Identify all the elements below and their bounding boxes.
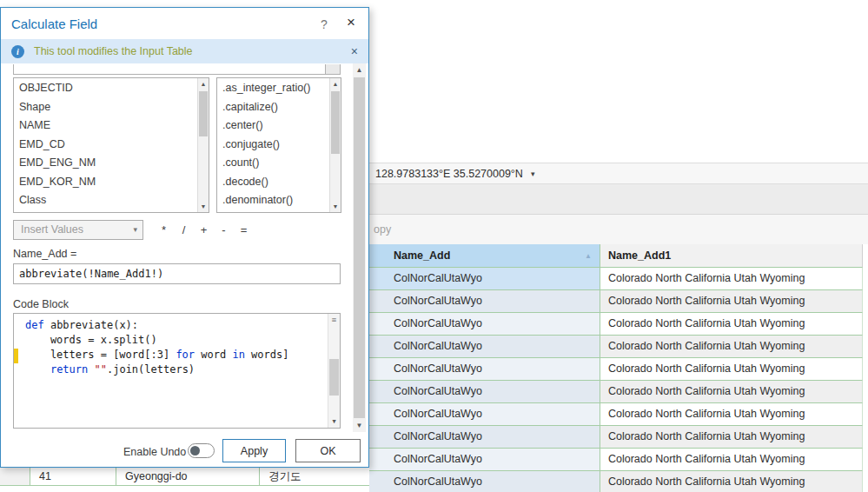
table-gutter	[863, 336, 868, 358]
table-row[interactable]: ColNorCalUtaWyoColorado North California…	[369, 336, 868, 358]
table-row[interactable]: ColNorCalUtaWyoColorado North California…	[369, 403, 868, 426]
operator-button[interactable]: -	[214, 220, 234, 240]
fields-scrollbar[interactable]: ▲ ▼	[197, 78, 209, 212]
column-header-name-add[interactable]: Name_Add ▲	[369, 244, 600, 268]
list-item[interactable]: OBJECTID	[14, 79, 197, 98]
cell-name-add[interactable]: ColNorCalUtaWyo	[369, 336, 600, 358]
cell-name-add1[interactable]: Colorado North California Utah Wyoming	[600, 426, 863, 449]
cell-kor-name[interactable]: 경기도	[260, 468, 369, 485]
cell-name[interactable]: Gyeonggi-do	[116, 468, 260, 485]
cell-name-add1[interactable]: Colorado North California Utah Wyoming	[600, 313, 863, 336]
list-item[interactable]: EMD_ENG_NM	[14, 154, 197, 173]
list-item[interactable]: .count()	[217, 154, 329, 173]
list-item[interactable]: Class	[14, 191, 197, 210]
list-item[interactable]: NAME	[14, 116, 197, 136]
scrollbar-thumb[interactable]	[354, 77, 365, 418]
row-selector-cell[interactable]	[0, 468, 30, 485]
cell-name-add1[interactable]: Colorado North California Utah Wyoming	[600, 336, 863, 358]
table-row[interactable]: ColNorCalUtaWyoColorado North California…	[369, 268, 868, 290]
scrollbar-thumb[interactable]	[199, 91, 208, 136]
list-item[interactable]: .conjugate()	[217, 136, 329, 155]
help-icon[interactable]: ?	[321, 17, 328, 31]
table-row[interactable]: ColNorCalUtaWyoColorado North California…	[369, 313, 868, 336]
list-item[interactable]: Shape	[14, 98, 197, 117]
operator-button[interactable]: =	[234, 220, 254, 240]
cell-name-add[interactable]: ColNorCalUtaWyo	[369, 471, 600, 492]
apply-button[interactable]: Apply	[222, 439, 286, 462]
code-line: words = x.split()	[25, 333, 326, 348]
cell-name-add1[interactable]: Colorado North California Utah Wyoming	[600, 290, 863, 313]
list-item[interactable]: .encode()	[217, 210, 329, 214]
cell-name-add[interactable]: ColNorCalUtaWyo	[369, 381, 600, 403]
cell-name-add[interactable]: ColNorCalUtaWyo	[369, 358, 600, 381]
cell-name-add1[interactable]: Colorado North California Utah Wyoming	[600, 358, 863, 381]
operator-button[interactable]: +	[194, 220, 214, 240]
cell-name-add[interactable]: ColNorCalUtaWyo	[369, 426, 600, 449]
cell-name-add[interactable]: ColNorCalUtaWyo	[369, 313, 600, 336]
scroll-up-icon[interactable]: ▲	[198, 78, 209, 90]
operator-button[interactable]: /	[174, 220, 194, 240]
table-row[interactable]: ColNorCalUtaWyoColorado North California…	[369, 358, 868, 381]
list-item[interactable]: EMD_CD	[14, 136, 197, 155]
fields-list-items: OBJECTIDShapeNAMEEMD_CDEMD_ENG_NMEMD_KOR…	[14, 79, 197, 213]
table-row[interactable]: ColNorCalUtaWyoColorado North California…	[369, 449, 868, 471]
operator-button[interactable]: *	[154, 220, 174, 240]
scroll-up-icon[interactable]: ▲	[353, 63, 366, 76]
table-row[interactable]: 41 Gyeonggi-do 경기도	[0, 468, 369, 486]
expression-input[interactable]	[13, 263, 341, 284]
cell-name-add1[interactable]: Colorado North California Utah Wyoming	[600, 381, 863, 403]
scroll-down-icon[interactable]: ▼	[353, 419, 366, 432]
scroll-down-icon[interactable]: ▼	[198, 201, 209, 212]
scroll-down-icon[interactable]: ▼	[330, 201, 341, 212]
attribute-table: Name_Add ▲ Name_Add1 ColNorCalUtaWyoColo…	[369, 244, 868, 492]
cell-name-add[interactable]: ColNorCalUtaWyo	[369, 268, 600, 290]
helpers-list-items: .as_integer_ratio().capitalize().center(…	[217, 79, 329, 213]
cell-name-add1[interactable]: Colorado North California Utah Wyoming	[600, 403, 863, 426]
dialog-scrollbar[interactable]: ▲ ▼	[353, 63, 366, 432]
code-scrollbar[interactable]: ≡ ▼	[328, 314, 340, 428]
close-icon[interactable]: ×	[347, 14, 355, 31]
table-gutter	[863, 403, 868, 426]
resize-grip-icon[interactable]: ≡	[328, 314, 340, 326]
chevron-down-icon[interactable]: ▾	[531, 170, 535, 178]
clipped-dropdown-button	[325, 64, 340, 74]
list-item[interactable]: .capitalize()	[217, 98, 329, 117]
column-header-name-add1[interactable]: Name_Add1	[600, 244, 863, 268]
cell-name-add1[interactable]: Colorado North California Utah Wyoming	[600, 268, 863, 290]
info-icon: i	[11, 45, 24, 58]
table-row[interactable]: ColNorCalUtaWyoColorado North California…	[369, 471, 868, 492]
table-gutter	[863, 471, 868, 492]
list-item[interactable]: .denominator()	[217, 191, 329, 210]
coordinates-readout: 128.9783133°E 35.5270009°N	[375, 168, 523, 180]
cell-name-add[interactable]: ColNorCalUtaWyo	[369, 290, 600, 313]
modified-line-marker	[14, 349, 18, 363]
list-item[interactable]: .as_integer_ratio()	[217, 79, 329, 98]
list-item[interactable]: .center()	[217, 116, 329, 136]
ok-button[interactable]: OK	[295, 439, 361, 462]
cell-objectid[interactable]: 41	[30, 468, 116, 485]
table-gutter	[863, 244, 868, 268]
table-row[interactable]: ColNorCalUtaWyoColorado North California…	[369, 426, 868, 449]
column-header-label: Name_Add	[394, 249, 450, 262]
table-gutter	[863, 358, 868, 381]
list-item[interactable]: EMD_KOR_NM	[14, 173, 197, 192]
list-item[interactable]: SIG_CD	[14, 210, 197, 214]
copy-button-partial[interactable]: opy	[374, 223, 391, 236]
banner-close-icon[interactable]: ×	[351, 44, 358, 58]
list-item[interactable]: .decode()	[217, 173, 329, 192]
cell-name-add[interactable]: ColNorCalUtaWyo	[369, 449, 600, 471]
table-row[interactable]: ColNorCalUtaWyoColorado North California…	[369, 381, 868, 403]
scroll-up-icon[interactable]: ▲	[330, 78, 341, 90]
location-bar: 128.9783133°E 35.5270009°N ▾	[365, 163, 868, 184]
enable-undo-toggle[interactable]	[188, 443, 215, 458]
scrollbar-thumb[interactable]	[331, 91, 340, 154]
code-block-editor[interactable]: def abbreviate(x): words = x.split() let…	[13, 313, 341, 429]
cell-name-add1[interactable]: Colorado North California Utah Wyoming	[600, 449, 863, 471]
scrollbar-thumb[interactable]	[329, 359, 339, 396]
table-row[interactable]: ColNorCalUtaWyoColorado North California…	[369, 290, 868, 313]
insert-values-dropdown[interactable]: Insert Values ▾	[13, 220, 143, 240]
helpers-scrollbar[interactable]: ▲ ▼	[329, 78, 341, 212]
scroll-down-icon[interactable]: ▼	[328, 416, 340, 428]
cell-name-add1[interactable]: Colorado North California Utah Wyoming	[600, 471, 863, 492]
cell-name-add[interactable]: ColNorCalUtaWyo	[369, 403, 600, 426]
